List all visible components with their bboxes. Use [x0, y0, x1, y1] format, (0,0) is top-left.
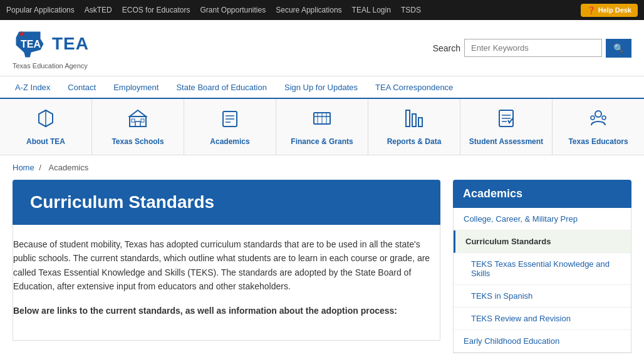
utility-link-tsds[interactable]: TSDS	[401, 6, 421, 14]
logo-area: TEA TEA Texas Education Agency	[13, 26, 89, 70]
help-desk-icon: ❓	[587, 6, 596, 14]
utility-link-ecos[interactable]: ECOS for Educators	[122, 6, 190, 14]
breadcrumb-separator: /	[39, 163, 41, 172]
finance-icon	[311, 108, 333, 133]
sidebar-item-curriculum[interactable]: Curriculum Standards	[454, 230, 631, 253]
sidebar-item-teks-review[interactable]: TEKS Review and Revision	[454, 308, 631, 330]
svg-rect-21	[418, 118, 422, 127]
search-label: Search	[433, 43, 460, 53]
assessment-label: Student Assessment	[469, 137, 543, 146]
svg-rect-20	[412, 114, 416, 127]
content-area: Curriculum Standards Because of student …	[0, 180, 644, 362]
main-nav-texas-schools[interactable]: Texas Schools	[92, 99, 184, 155]
main-nav-academics[interactable]: Academics	[184, 99, 276, 155]
reports-label: Reports & Data	[387, 137, 442, 146]
main-nav-educators[interactable]: Texas Educators	[553, 99, 644, 155]
assessment-icon	[496, 108, 517, 133]
utility-links: Popular Applications AskTED ECOS for Edu…	[6, 6, 421, 14]
main-content: Curriculum Standards Because of student …	[13, 180, 440, 353]
logo[interactable]: TEA TEA	[13, 26, 89, 61]
breadcrumb-current: Academics	[49, 163, 89, 172]
search-button[interactable]: 🔍	[606, 39, 631, 58]
svg-point-27	[591, 116, 595, 120]
academics-label: Academics	[210, 137, 249, 146]
utility-link-popular[interactable]: Popular Applications	[6, 6, 75, 14]
page-title-box: Curriculum Standards	[13, 180, 440, 225]
content-paragraph-1: Because of student mobility, Texas has a…	[13, 237, 434, 294]
educators-icon	[588, 108, 609, 133]
svg-rect-19	[406, 110, 410, 127]
utility-bar: Popular Applications AskTED ECOS for Edu…	[0, 0, 644, 20]
search-input[interactable]	[464, 39, 602, 57]
about-tea-label: About TEA	[26, 137, 65, 146]
main-nav-reports[interactable]: Reports & Data	[368, 99, 460, 155]
logo-subtext: Texas Education Agency	[13, 62, 88, 70]
nav-az-index[interactable]: A-Z Index	[13, 78, 53, 97]
logo-text-main: TEA	[52, 34, 89, 53]
sidebar-item-teks[interactable]: TEKS Texas Essential Knowledge and Skill…	[454, 253, 631, 285]
utility-link-teal[interactable]: TEAL Login	[352, 6, 391, 14]
reports-icon	[403, 108, 425, 133]
sidebar-item-teks-spanish[interactable]: TEKS in Spanish	[454, 285, 631, 308]
main-nav-finance[interactable]: Finance & Grants	[276, 99, 368, 155]
content-paragraph-2: Below are links to the current standards…	[13, 304, 434, 318]
finance-label: Finance & Grants	[291, 137, 353, 146]
main-nav-assessment[interactable]: Student Assessment	[460, 99, 553, 155]
search-area: Search 🔍	[433, 39, 631, 58]
nav-correspondence[interactable]: TEA Correspondence	[373, 78, 455, 97]
main-nav: About TEA Texas Schools Academics Financ…	[0, 99, 644, 155]
svg-rect-8	[132, 119, 135, 122]
educators-label: Texas Educators	[568, 137, 628, 146]
help-desk-button[interactable]: ❓ Help Desk	[581, 4, 638, 17]
main-nav-about-tea[interactable]: About TEA	[0, 99, 92, 155]
utility-link-secure[interactable]: Secure Applications	[276, 6, 341, 14]
utility-link-grants[interactable]: Grant Opportunities	[200, 6, 266, 14]
svg-marker-6	[130, 110, 146, 116]
nav-sboe[interactable]: State Board of Education	[174, 78, 269, 97]
nav-signup[interactable]: Sign Up for Updates	[282, 78, 360, 97]
svg-text:TEA: TEA	[21, 39, 41, 49]
academics-icon	[219, 108, 241, 133]
nav-bar: A-Z Index Contact Employment State Board…	[0, 76, 644, 99]
logo-text-group: TEA	[52, 34, 89, 54]
sidebar-nav: College, Career, & Military Prep Curricu…	[453, 208, 631, 353]
svg-point-26	[595, 111, 601, 117]
nav-contact[interactable]: Contact	[65, 78, 98, 97]
page-title: Curriculum Standards	[30, 192, 423, 212]
svg-rect-7	[135, 122, 140, 127]
sidebar-title: Academics	[453, 180, 631, 208]
tea-logo-icon: TEA	[13, 26, 47, 61]
content-body: Because of student mobility, Texas has a…	[13, 225, 440, 341]
help-desk-label: Help Desk	[598, 6, 631, 14]
breadcrumb: Home / Academics	[0, 155, 644, 180]
texas-schools-icon	[127, 108, 148, 133]
site-header: TEA TEA Texas Education Agency Search 🔍	[0, 20, 644, 76]
svg-point-28	[602, 116, 606, 120]
sidebar-item-college-career[interactable]: College, Career, & Military Prep	[454, 208, 631, 230]
breadcrumb-home[interactable]: Home	[13, 163, 34, 172]
nav-employment[interactable]: Employment	[111, 78, 161, 97]
sidebar: Academics College, Career, & Military Pr…	[453, 180, 631, 353]
about-tea-icon	[35, 108, 56, 133]
sidebar-item-early-childhood[interactable]: Early Childhood Education	[454, 330, 631, 353]
utility-link-askted[interactable]: AskTED	[85, 6, 112, 14]
svg-rect-9	[141, 119, 144, 122]
texas-schools-label: Texas Schools	[112, 137, 164, 146]
